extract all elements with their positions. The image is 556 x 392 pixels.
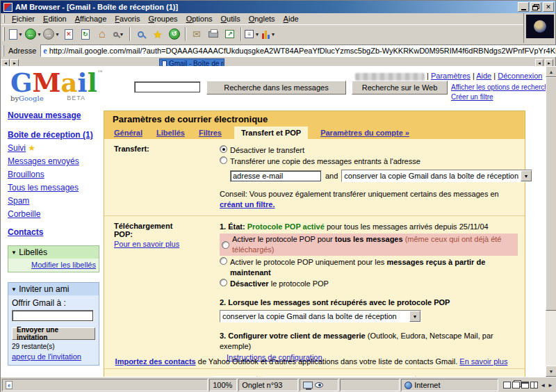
help-link[interactable]: Aide [476, 72, 491, 80]
close-icon: ✕ [546, 3, 551, 10]
tab-account-settings[interactable]: Paramètres du compte » [319, 126, 411, 139]
scroll-up-icon[interactable]: ▲ [546, 66, 556, 77]
settings-link[interactable]: Paramètres [431, 72, 471, 80]
menu-favoris[interactable]: Favoris [111, 14, 144, 24]
sidebar-starred-link[interactable]: Suivi [8, 143, 26, 153]
url-text[interactable]: http://mail.google.com/mail/?auth=DQAAAG… [49, 47, 556, 55]
scrollbar-thumb[interactable] [546, 77, 556, 311]
minimize-button[interactable] [518, 2, 529, 12]
sidebar-contacts-link[interactable]: Contacts [8, 227, 43, 237]
close-button[interactable]: ✕ [543, 2, 554, 12]
stop-button[interactable]: ✕ [61, 26, 76, 42]
single-window-icon[interactable] [503, 382, 511, 389]
logo-letter-a: a [61, 67, 78, 98]
home-button[interactable]: ⌂ [95, 26, 110, 42]
pop-learn-more-link[interactable]: Pour en savoir plus [114, 240, 179, 248]
tab-filters[interactable]: Filtres [197, 126, 223, 139]
link-separator-3: | [493, 72, 496, 80]
radio-pop-disable[interactable] [220, 279, 227, 286]
scroll-down-icon[interactable]: ▼ [546, 366, 556, 377]
menu-fichier[interactable]: Fichier [8, 14, 39, 24]
invite-box-header[interactable]: ▼ Inviter un ami [8, 283, 99, 295]
invite-email-input[interactable] [12, 310, 94, 322]
import-contacts-link[interactable]: Importez des contacts [115, 357, 196, 366]
history-button[interactable]: ↺ [167, 26, 182, 42]
radio-pop-enable-all[interactable] [222, 241, 229, 249]
favorites-button[interactable]: ★ [150, 26, 165, 42]
radio-disable-forwarding[interactable] [220, 145, 227, 153]
edit-form-button[interactable]: ≡▼ [245, 26, 260, 42]
logo-letter-i: i [78, 67, 88, 98]
open-window-button[interactable]: ↗ [222, 26, 238, 42]
next-window-icon[interactable]: ► [548, 382, 553, 389]
restore-button[interactable] [530, 2, 541, 12]
search-messages-button[interactable]: Recherche dans les messages [206, 81, 346, 95]
prev-window-icon[interactable]: ◄ [540, 382, 546, 389]
sidebar-spam-link[interactable]: Spam [8, 196, 29, 206]
radio-pop-enable-now[interactable] [220, 257, 227, 265]
zoom-icon [113, 32, 118, 37]
forward-action-dropdown-icon[interactable]: ▼ [521, 170, 532, 181]
toolbar-grip[interactable] [3, 27, 5, 42]
menu-aide[interactable]: Aide [279, 14, 303, 24]
print-button[interactable] [206, 26, 221, 42]
invite-title: Inviter un ami [19, 284, 69, 294]
pop-retrieve-dropdown-icon[interactable]: ▼ [409, 311, 420, 322]
mail-button[interactable]: ✉ [189, 26, 204, 42]
menu-affichage[interactable]: Affichage [71, 14, 111, 24]
tab-general[interactable]: Général [113, 126, 144, 139]
back-button[interactable]: ←▼ [25, 26, 42, 42]
pop-state-rest: pour tous les messages arrivés depuis 25… [327, 222, 489, 231]
status-zoom: 100% [209, 379, 237, 391]
search-input[interactable] [134, 81, 201, 93]
status-zone-panel: Internet [401, 379, 498, 391]
new-page-icon [9, 29, 17, 40]
search-button[interactable] [133, 26, 149, 42]
sidebar-compose-link[interactable]: Nouveau message [8, 111, 81, 120]
cascade-windows-icon[interactable] [512, 382, 520, 389]
create-filter-tip-link[interactable]: créant un filtre. [220, 200, 275, 209]
menubar-grip[interactable] [3, 15, 5, 24]
search-options-link[interactable]: Afficher les options de recherche [451, 83, 552, 91]
pop-label-2: POP: [114, 230, 220, 238]
new-page-caret-icon: ▼ [18, 32, 23, 37]
addressbar-grip[interactable] [3, 45, 4, 56]
sidebar-drafts-link[interactable]: Brouillons [8, 170, 44, 179]
sidebar-inbox-link[interactable]: Boîte de réception (1) [8, 130, 93, 140]
pop-enable-all-text: Activer le protocole POP pour tous les m… [232, 234, 516, 255]
radio-forward-copy[interactable] [220, 156, 227, 164]
tab-forwarding-pop[interactable]: Transfert et POP [234, 126, 308, 139]
sidebar-allmail-link[interactable]: Tous les messages [8, 183, 79, 193]
forward-action-select[interactable]: conserver la copie Gmail dans la boîte d… [341, 170, 532, 182]
search-web-button[interactable]: Recherche sur le Web [352, 81, 448, 95]
learn-more-link[interactable]: En savoir plus [459, 357, 507, 366]
signout-link[interactable]: Déconnexion [498, 72, 542, 80]
gmail-logo: GMail™ byGoogle BETA [10, 70, 104, 102]
vertical-scrollbar[interactable]: ▲ ▼ [546, 66, 556, 377]
forward-button[interactable]: →▼ [43, 26, 60, 42]
invite-preview-link[interactable]: aperçu de l'invitation [12, 352, 81, 361]
menu-edition[interactable]: Edition [39, 14, 71, 24]
address-combo[interactable]: e http://mail.google.com/mail/?auth=DQAA… [40, 44, 556, 57]
send-invitation-button[interactable]: Envoyer une invitation [12, 327, 95, 340]
menu-outils[interactable]: Outils [217, 14, 245, 24]
tile-vertical-icon[interactable] [530, 382, 538, 389]
zoom-button[interactable]: ▼ [111, 26, 126, 42]
labels-box-header[interactable]: ▼ Libellés [8, 246, 99, 259]
menu-options[interactable]: Options [182, 14, 217, 24]
labels-box: ▼ Libellés Modifier les libellés [8, 245, 99, 272]
tile-horizontal-icon[interactable] [521, 382, 529, 389]
menu-groupes[interactable]: Groupes [144, 14, 181, 24]
menu-onglets[interactable]: Onglets [245, 14, 279, 24]
create-filter-link[interactable]: Créer un filtre [451, 93, 493, 101]
tools-filter-button[interactable]: ▼ [261, 26, 277, 42]
edit-labels-link[interactable]: Modifier les libellés [31, 261, 96, 269]
sidebar-sent-link[interactable]: Messages envoyés [8, 156, 79, 166]
pop-retrieve-select[interactable]: conserver la copie Gmail dans la boîte d… [220, 310, 421, 322]
tab-labels[interactable]: Libellés [155, 126, 186, 139]
new-page-button[interactable]: ▼ [8, 26, 24, 42]
status-bar: e 100% Onglet n°93 Internet ◄ ► [1, 377, 556, 392]
refresh-button[interactable]: ↻ [78, 26, 93, 42]
sidebar-trash-link[interactable]: Corbeille [8, 209, 40, 219]
forward-email-input[interactable] [230, 170, 322, 182]
